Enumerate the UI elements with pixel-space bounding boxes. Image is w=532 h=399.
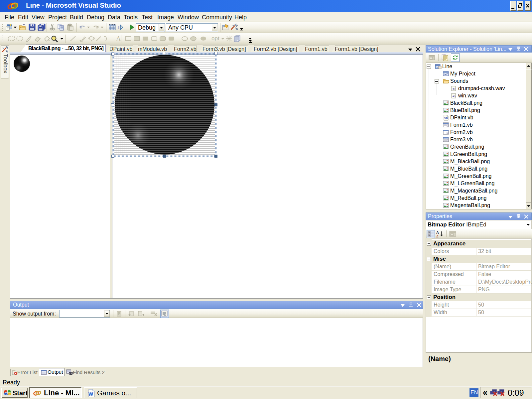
svg-text:VB: VB [444,117,448,120]
svg-text:W: W [88,391,93,397]
svg-text:A: A [116,35,121,42]
svg-text:Z: Z [436,234,439,238]
